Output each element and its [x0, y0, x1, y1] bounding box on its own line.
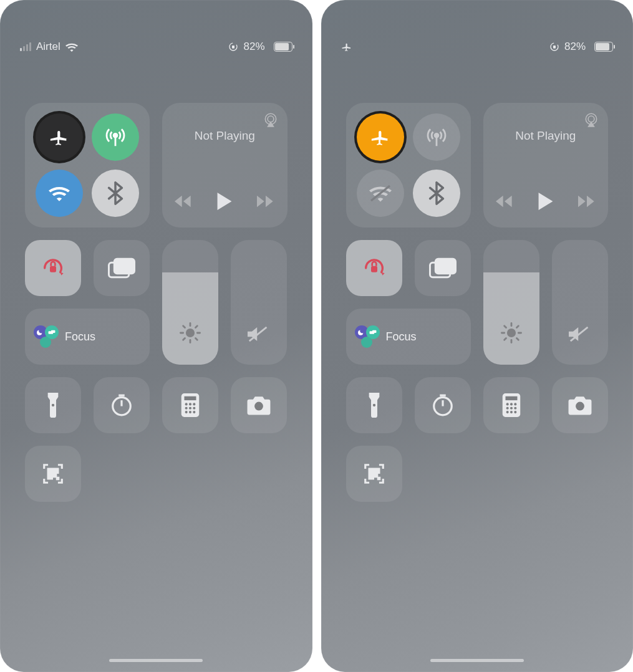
svg-rect-69 [505, 396, 517, 400]
wifi-button[interactable] [357, 170, 404, 217]
timer-icon [431, 393, 455, 417]
bluetooth-button[interactable] [413, 170, 460, 217]
svg-line-60 [516, 338, 518, 340]
calculator-icon [502, 393, 521, 417]
status-bar: Airtel 82% [0, 0, 312, 94]
airplane-icon [49, 127, 70, 148]
cellular-signal-icon [20, 42, 31, 51]
orientation-lock-button[interactable] [25, 240, 81, 296]
wifi-button[interactable] [36, 170, 83, 217]
svg-point-70 [506, 403, 508, 405]
svg-line-19 [183, 338, 185, 340]
orientation-lock-status-icon [228, 42, 238, 52]
camera-button[interactable] [552, 377, 608, 433]
svg-rect-26 [185, 396, 196, 400]
svg-rect-81 [375, 469, 379, 473]
volume-slider[interactable] [552, 240, 608, 365]
svg-line-16 [183, 326, 185, 328]
battery-icon [270, 42, 292, 52]
svg-rect-82 [369, 475, 373, 479]
play-button[interactable] [217, 193, 232, 210]
camera-button[interactable] [231, 377, 287, 433]
screen-mirroring-button[interactable] [94, 240, 150, 296]
volume-slider[interactable] [231, 240, 287, 365]
home-indicator[interactable] [430, 659, 524, 662]
timer-button[interactable] [94, 377, 150, 433]
antenna-icon [105, 127, 126, 148]
brightness-slider[interactable] [483, 240, 539, 365]
svg-point-48 [588, 116, 594, 122]
home-indicator[interactable] [109, 659, 203, 662]
rewind-button[interactable] [175, 194, 192, 208]
svg-line-62 [504, 338, 506, 340]
qr-scanner-button[interactable] [346, 446, 402, 502]
battery-percent: 82% [243, 41, 264, 53]
carrier-label: Airtel [36, 41, 60, 53]
airplay-icon[interactable] [263, 112, 279, 128]
cellular-data-button[interactable] [413, 113, 460, 161]
svg-rect-6 [50, 266, 56, 272]
qr-scanner-button[interactable] [25, 446, 81, 502]
airplane-mode-button[interactable] [357, 113, 404, 161]
svg-point-78 [514, 411, 516, 413]
wifi-icon [49, 185, 70, 201]
calculator-button[interactable] [162, 377, 218, 433]
play-button[interactable] [538, 193, 553, 210]
svg-point-27 [185, 403, 188, 405]
volume-mute-icon [231, 325, 287, 343]
brightness-slider[interactable] [162, 240, 218, 365]
focus-icon [34, 324, 59, 349]
svg-point-36 [254, 402, 263, 411]
airplane-status-icon [341, 41, 352, 52]
battery-icon [591, 42, 613, 52]
media-panel[interactable]: Not Playing [483, 103, 609, 228]
airplane-mode-button[interactable] [36, 113, 83, 161]
wifi-status-icon [65, 42, 78, 52]
svg-rect-41 [57, 478, 58, 479]
orientation-lock-status-icon [549, 42, 559, 52]
flashlight-icon [46, 393, 60, 418]
bluetooth-button[interactable] [92, 170, 139, 217]
orientation-lock-button[interactable] [346, 240, 402, 296]
calculator-button[interactable] [483, 377, 539, 433]
connectivity-panel[interactable] [25, 103, 150, 228]
svg-point-75 [514, 407, 516, 410]
screen-mirroring-button[interactable] [415, 240, 471, 296]
qr-icon [362, 462, 386, 486]
focus-button[interactable]: Focus [25, 309, 150, 365]
status-bar: 82% [321, 0, 634, 94]
focus-button[interactable]: Focus [346, 309, 471, 365]
svg-point-21 [52, 404, 54, 406]
forward-button[interactable] [257, 194, 274, 208]
svg-point-72 [514, 403, 516, 405]
timer-button[interactable] [415, 377, 471, 433]
connectivity-panel[interactable] [346, 103, 471, 228]
wifi-off-icon [369, 185, 392, 202]
airplay-icon[interactable] [583, 112, 599, 128]
svg-point-64 [372, 404, 375, 406]
control-center-screen-right: 82% [321, 0, 634, 672]
timer-icon [110, 393, 133, 417]
svg-rect-51 [435, 259, 455, 273]
orientation-lock-icon [362, 256, 387, 281]
orientation-lock-icon [41, 256, 65, 281]
svg-rect-84 [378, 478, 379, 479]
svg-rect-39 [48, 475, 52, 479]
forward-button[interactable] [578, 194, 596, 208]
mirroring-icon [429, 257, 457, 279]
svg-point-73 [506, 407, 508, 410]
svg-point-74 [510, 407, 512, 410]
svg-rect-43 [553, 46, 556, 49]
mirroring-icon [108, 257, 135, 279]
flashlight-button[interactable] [346, 377, 402, 433]
svg-point-34 [189, 411, 191, 413]
brightness-icon [162, 322, 218, 343]
svg-rect-8 [114, 259, 134, 273]
rewind-button[interactable] [496, 194, 513, 208]
svg-rect-10 [51, 330, 56, 333]
cellular-data-button[interactable] [92, 113, 139, 161]
flashlight-button[interactable] [25, 377, 81, 433]
media-panel[interactable]: Not Playing [162, 103, 288, 228]
svg-point-11 [186, 329, 193, 336]
svg-point-5 [268, 116, 274, 122]
